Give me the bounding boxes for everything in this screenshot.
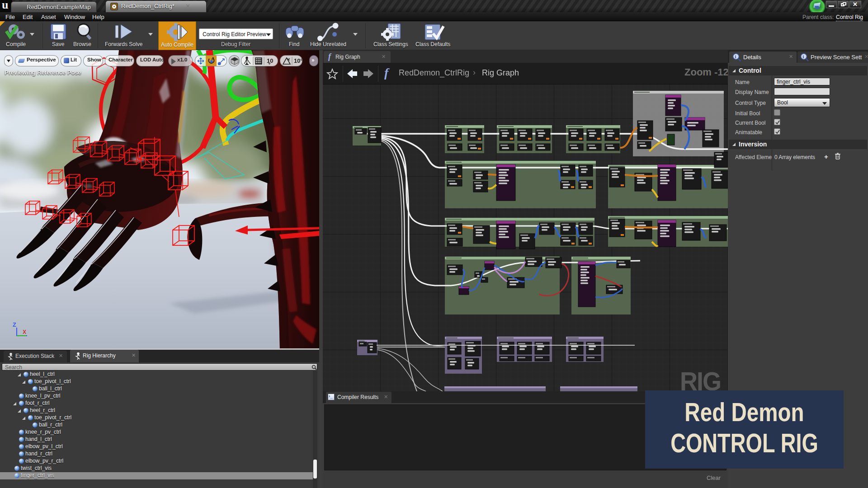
svg-text:i: i	[735, 54, 736, 59]
svg-text:X: X	[23, 329, 26, 335]
svg-text:i: i	[803, 54, 804, 59]
svg-text:10°: 10°	[294, 57, 302, 64]
svg-text:10: 10	[267, 57, 273, 64]
svg-text:RIG: RIG	[680, 367, 721, 391]
svg-text:Z: Z	[13, 321, 16, 328]
